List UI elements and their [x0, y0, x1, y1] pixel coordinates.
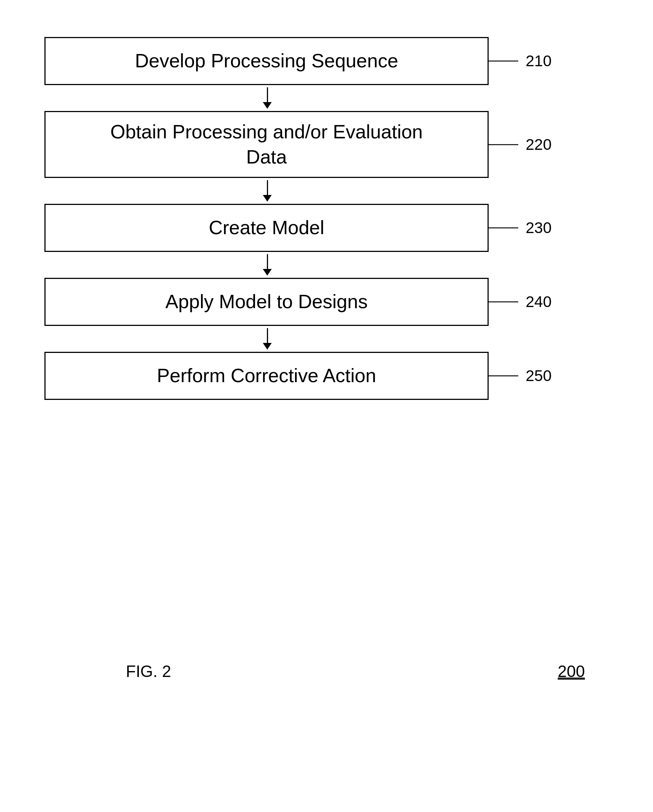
- arrow-shaft-2: [263, 180, 272, 201]
- arrow-shaft-4: [263, 328, 272, 350]
- figure-caption: FIG. 2: [126, 662, 171, 681]
- arrow-3: [44, 252, 526, 278]
- arrow-4: [44, 326, 526, 352]
- arrow-1: [44, 85, 526, 111]
- diagram-container: Develop Processing Sequence 210 Obtain P…: [30, 22, 622, 725]
- figure-number: 200: [558, 662, 585, 680]
- step-label-220: 220: [526, 136, 552, 154]
- step-text-210: Develop Processing Sequence: [135, 49, 398, 73]
- step-text-250: Perform Corrective Action: [157, 363, 376, 388]
- arrow-line-2: [267, 180, 268, 195]
- step-row-230: Create Model 230: [44, 204, 526, 252]
- arrow-head-3: [263, 269, 272, 276]
- step-label-210: 210: [526, 52, 552, 70]
- arrow-line-1: [267, 87, 268, 102]
- step-box-210: Develop Processing Sequence: [44, 37, 489, 85]
- arrow-shaft-3: [263, 254, 272, 276]
- step-row-220: Obtain Processing and/or Evaluation Data…: [44, 111, 526, 178]
- figure-number-container: 200: [558, 662, 585, 681]
- arrow-shaft-1: [263, 87, 272, 109]
- arrow-head-2: [263, 195, 272, 201]
- step-box-250: Perform Corrective Action: [44, 352, 489, 400]
- step-text-220: Obtain Processing and/or Evaluation Data: [100, 119, 433, 169]
- step-box-240: Apply Model to Designs: [44, 278, 489, 326]
- step-label-250: 250: [526, 367, 552, 385]
- step-box-230: Create Model: [44, 204, 489, 252]
- arrow-line-4: [267, 328, 268, 343]
- step-text-240: Apply Model to Designs: [165, 289, 368, 314]
- step-row-210: Develop Processing Sequence 210: [44, 37, 526, 85]
- arrow-line-3: [267, 254, 268, 269]
- step-row-250: Perform Corrective Action 250: [44, 352, 526, 400]
- flowchart: Develop Processing Sequence 210 Obtain P…: [44, 37, 526, 400]
- step-row-240: Apply Model to Designs 240: [44, 278, 526, 326]
- arrow-2: [44, 178, 526, 204]
- step-label-230: 230: [526, 219, 552, 237]
- step-label-240: 240: [526, 293, 552, 311]
- figure-label: FIG. 2: [126, 662, 171, 680]
- arrow-head-4: [263, 343, 272, 350]
- step-box-220: Obtain Processing and/or Evaluation Data: [44, 111, 489, 178]
- step-text-230: Create Model: [209, 215, 324, 240]
- arrow-head-1: [263, 102, 272, 109]
